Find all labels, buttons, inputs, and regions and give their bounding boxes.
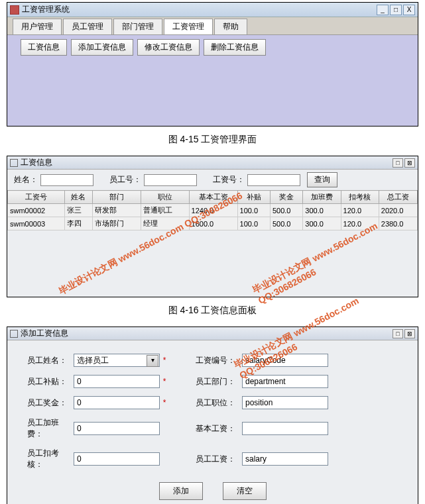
window-salary-info: 工资信息 □ ⊠ 姓名： 员工号： 工资号： 查询 工资号姓名部门职位基本工资补…: [7, 156, 418, 297]
table-row[interactable]: swm00003李四市场部门经理1600.0100.0500.0300.0120…: [8, 217, 418, 230]
table-cell: 市场部门: [92, 217, 141, 230]
table-cell: 张三: [65, 204, 92, 217]
table-cell: 100.0: [237, 204, 270, 217]
panel-title: 工资信息: [21, 157, 52, 168]
emp-name-select[interactable]: 选择员工: [74, 354, 160, 367]
table-cell: 经理: [141, 217, 189, 230]
btn-add-salary[interactable]: 添加工资信息: [71, 39, 133, 56]
column-header: 扣考核: [341, 191, 379, 204]
overtime-label: 员工加班费：: [27, 417, 74, 440]
total-salary-label: 员工工资：: [196, 454, 242, 465]
tab-user[interactable]: 用户管理: [13, 19, 62, 34]
salary-code-label: 工资编号：: [196, 355, 242, 366]
panel-titlebar: 工资信息 □ ⊠: [7, 156, 418, 170]
emp-name-label: 员工姓名：: [27, 355, 74, 366]
table-cell: 300.0: [303, 204, 341, 217]
salary-table: 工资号姓名部门职位基本工资补贴奖金加班费扣考核总工资 swm00002张三研发部…: [7, 190, 418, 230]
window-title: 工资管理系统: [22, 4, 377, 15]
column-header: 职位: [141, 191, 189, 204]
dept-input[interactable]: [242, 375, 328, 388]
column-header: 姓名: [65, 191, 92, 204]
table-cell: 500.0: [270, 217, 302, 230]
name-label: 姓名：: [14, 174, 38, 185]
column-header: 工资号: [8, 191, 65, 204]
position-label: 员工职位：: [196, 397, 242, 409]
salno-input[interactable]: [247, 174, 300, 186]
figure-caption-2: 图 4-16 工资信息面板: [0, 299, 425, 325]
figure-caption-1: 图 4-15 工资管理界面: [0, 128, 425, 154]
panel-titlebar: 添加工资信息 □ ⊠: [7, 327, 418, 340]
table-cell: 500.0: [270, 204, 302, 217]
base-salary-input[interactable]: [242, 422, 328, 435]
panel-max-button[interactable]: □: [393, 329, 403, 338]
table-cell: 120.0: [341, 204, 379, 217]
btn-edit-salary[interactable]: 修改工资信息: [137, 39, 200, 56]
required-asterisk: *: [160, 356, 169, 365]
panel-title: 添加工资信息: [21, 328, 68, 339]
maximize-button[interactable]: □: [390, 5, 402, 15]
close-button[interactable]: X: [403, 5, 415, 15]
base-salary-label: 基本工资：: [196, 423, 242, 434]
salno-label: 工资号：: [213, 174, 245, 185]
deduct-label: 员工扣考核：: [27, 448, 74, 470]
window-salary-mgmt: 工资管理系统 _ □ X 用户管理 员工管理 部门管理 工资管理 帮助 工资信息…: [7, 2, 418, 126]
add-button[interactable]: 添加: [159, 482, 203, 500]
window-add-salary: 添加工资信息 □ ⊠ 毕业设计论文网 www.56doc.com QQ:3068…: [7, 327, 418, 504]
column-header: 加班费: [303, 191, 341, 204]
salary-code-input[interactable]: [242, 354, 328, 367]
minimize-button[interactable]: _: [377, 5, 389, 15]
table-blank-area: 毕业设计论文网 www.56doc.com QQ:306826066 毕业设计论…: [7, 230, 418, 297]
name-input[interactable]: [40, 174, 93, 186]
table-cell: 普通职工: [141, 204, 189, 217]
tab-salary[interactable]: 工资管理: [164, 19, 213, 34]
required-asterisk: *: [160, 398, 169, 407]
table-cell: 2020.0: [379, 204, 417, 217]
search-button[interactable]: 查询: [307, 172, 337, 187]
bonus-input[interactable]: [74, 396, 160, 409]
table-cell: 120.0: [341, 217, 379, 230]
btn-del-salary[interactable]: 删除工资信息: [204, 39, 266, 56]
clear-button[interactable]: 清空: [223, 482, 267, 500]
empno-label: 员工号：: [109, 174, 141, 185]
table-cell: swm00002: [8, 204, 65, 217]
table-cell: swm00003: [8, 217, 65, 230]
table-cell: 研发部: [92, 204, 141, 217]
column-header: 总工资: [379, 191, 417, 204]
panel-close-button[interactable]: ⊠: [404, 158, 415, 168]
empno-input[interactable]: [144, 174, 197, 186]
column-header: 部门: [92, 191, 141, 204]
toolbar: 工资信息 添加工资信息 修改工资信息 删除工资信息: [7, 35, 418, 60]
panel-icon: [10, 330, 18, 338]
table-cell: 2380.0: [379, 217, 417, 230]
allowance-label: 员工补贴：: [27, 376, 74, 387]
table-row[interactable]: swm00002张三研发部普通职工1240.0100.0500.0300.012…: [8, 204, 418, 217]
bonus-label: 员工奖金：: [27, 397, 74, 409]
total-salary-input[interactable]: [242, 452, 328, 466]
btn-salary-info[interactable]: 工资信息: [21, 39, 67, 56]
app-icon: [10, 5, 19, 15]
tab-dept[interactable]: 部门管理: [113, 19, 162, 34]
titlebar: 工资管理系统 _ □ X: [7, 3, 418, 17]
table-cell: 100.0: [237, 217, 270, 230]
required-asterisk: *: [160, 377, 169, 386]
form-area: 毕业设计论文网 www.56doc.com QQ:306826066 员工姓名：…: [7, 340, 418, 504]
panel-icon: [10, 159, 18, 167]
panel-max-button[interactable]: □: [393, 158, 403, 168]
search-bar: 姓名： 员工号： 工资号： 查询: [7, 170, 418, 190]
table-cell: 300.0: [303, 217, 341, 230]
table-cell: 1600.0: [189, 217, 237, 230]
column-header: 奖金: [270, 191, 302, 204]
allowance-input[interactable]: [74, 375, 160, 388]
content-area: [7, 60, 418, 126]
panel-close-button[interactable]: ⊠: [404, 329, 415, 338]
dept-label: 员工部门：: [196, 376, 242, 387]
deduct-input[interactable]: [74, 452, 160, 466]
tab-help[interactable]: 帮助: [214, 19, 247, 34]
table-cell: 1240.0: [189, 204, 237, 217]
position-input[interactable]: [242, 396, 328, 409]
tab-employee[interactable]: 员工管理: [63, 19, 112, 34]
table-cell: 李四: [65, 217, 92, 230]
column-header: 补贴: [237, 191, 270, 204]
overtime-input[interactable]: [74, 422, 160, 435]
main-tabs: 用户管理 员工管理 部门管理 工资管理 帮助: [7, 17, 418, 35]
